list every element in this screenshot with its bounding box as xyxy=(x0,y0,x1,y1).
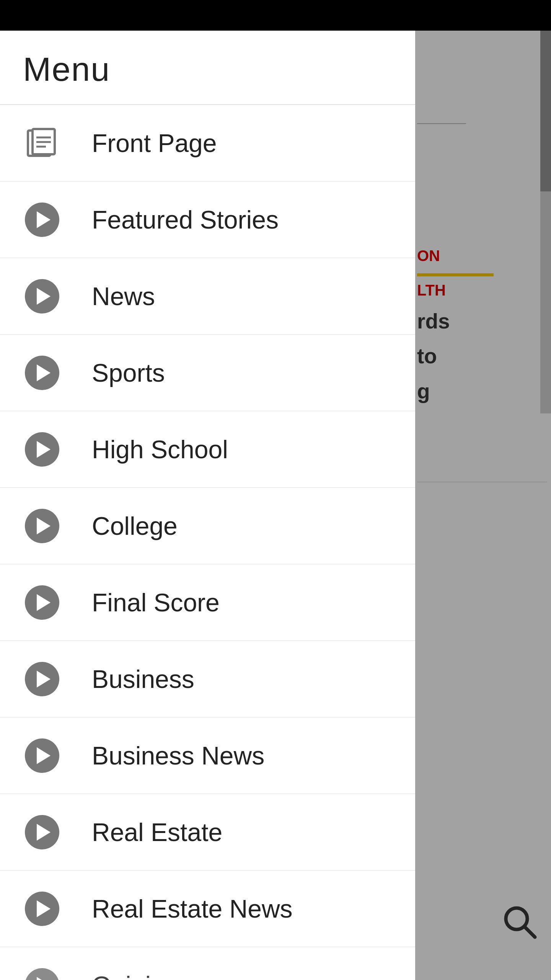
menu-item-final-score[interactable]: Final Score xyxy=(0,564,415,641)
menu-label-final-score: Final Score xyxy=(92,588,220,617)
menu-list: Front Page Featured Stories News xyxy=(0,105,415,980)
play-icon-business-news xyxy=(23,737,61,775)
newspaper-icon xyxy=(23,124,61,162)
menu-item-featured-stories[interactable]: Featured Stories xyxy=(0,181,415,258)
menu-drawer: Menu Front Page Featu xyxy=(0,31,415,980)
menu-title: Menu xyxy=(23,50,110,88)
menu-label-high-school: High School xyxy=(92,435,228,464)
menu-label-real-estate: Real Estate xyxy=(92,818,222,847)
menu-label-featured-stories: Featured Stories xyxy=(92,205,279,234)
menu-item-real-estate[interactable]: Real Estate xyxy=(0,794,415,871)
menu-item-business-news[interactable]: Business News xyxy=(0,717,415,794)
menu-label-business-news: Business News xyxy=(92,741,264,770)
play-icon-real-estate xyxy=(23,813,61,851)
menu-item-high-school[interactable]: High School xyxy=(0,411,415,488)
menu-item-sports[interactable]: Sports xyxy=(0,335,415,411)
menu-header: Menu xyxy=(0,31,415,105)
menu-label-front-page: Front Page xyxy=(92,129,217,158)
menu-item-college[interactable]: College xyxy=(0,488,415,564)
menu-item-real-estate-news[interactable]: Real Estate News xyxy=(0,871,415,947)
play-icon-business xyxy=(23,660,61,698)
menu-item-business[interactable]: Business xyxy=(0,641,415,717)
menu-label-opinion: Opinion xyxy=(92,971,179,980)
menu-item-news[interactable]: News xyxy=(0,258,415,335)
menu-label-sports: Sports xyxy=(92,358,165,387)
menu-item-front-page[interactable]: Front Page xyxy=(0,105,415,181)
play-icon-opinion xyxy=(23,966,61,980)
play-icon-college xyxy=(23,507,61,545)
play-icon-news xyxy=(23,277,61,315)
play-icon-final-score xyxy=(23,583,61,622)
play-icon-high-school xyxy=(23,430,61,469)
menu-label-news: News xyxy=(92,282,155,311)
menu-item-opinion[interactable]: Opinion xyxy=(0,947,415,980)
play-icon-real-estate-news xyxy=(23,890,61,928)
menu-label-real-estate-news: Real Estate News xyxy=(92,894,293,923)
menu-label-business: Business xyxy=(92,665,194,694)
play-icon-featured-stories xyxy=(23,201,61,239)
play-icon-sports xyxy=(23,354,61,392)
status-bar xyxy=(0,0,551,31)
menu-label-college: College xyxy=(92,511,178,541)
